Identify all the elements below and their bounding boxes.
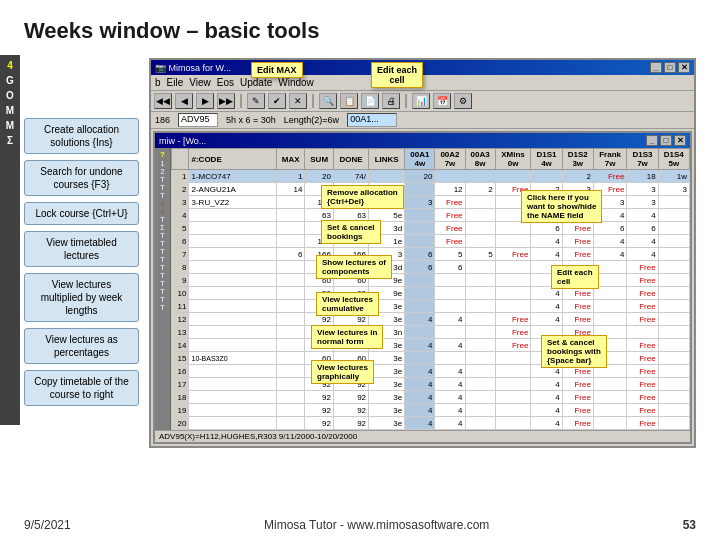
- cell-d1s3-2[interactable]: 3: [627, 183, 658, 196]
- cell-a3-13[interactable]: [465, 326, 495, 339]
- cell-d1s3-1[interactable]: 18: [627, 170, 658, 183]
- cell-a1-9[interactable]: [405, 274, 435, 287]
- cell-d1s4-4[interactable]: [658, 209, 689, 222]
- nav-icon-4[interactable]: 4: [7, 60, 13, 71]
- cell-xm-18[interactable]: [495, 391, 531, 404]
- cell-xm-7[interactable]: Free: [495, 248, 531, 261]
- cell-d1s1-1[interactable]: [531, 170, 562, 183]
- toolbar-btn-2[interactable]: ◀: [175, 93, 193, 109]
- cell-max-3[interactable]: [276, 196, 304, 209]
- cell-d1s2-5[interactable]: Free: [562, 222, 593, 235]
- cell-d1s4-6[interactable]: [658, 235, 689, 248]
- cell-a2-15[interactable]: [435, 352, 465, 365]
- inner-minimize-button[interactable]: _: [646, 135, 658, 146]
- cell-xm-15[interactable]: [495, 352, 531, 365]
- cell-d1s4-1[interactable]: 1w: [658, 170, 689, 183]
- cell-code-19[interactable]: [189, 404, 276, 417]
- icon-t5[interactable]: T: [160, 232, 164, 239]
- cell-a2-2[interactable]: 12: [435, 183, 465, 196]
- cell-a2-3[interactable]: Free: [435, 196, 465, 209]
- cell-a3-11[interactable]: [465, 300, 495, 313]
- cell-a1-18[interactable]: 4: [405, 391, 435, 404]
- cell-a3-16[interactable]: [465, 365, 495, 378]
- cell-d1s4-8[interactable]: [658, 261, 689, 274]
- nav-icon-sigma[interactable]: Σ: [7, 135, 13, 146]
- cell-a2-13[interactable]: [435, 326, 465, 339]
- cell-d1s3-13[interactable]: [627, 326, 658, 339]
- cell-d1s3-14[interactable]: Free: [627, 339, 658, 352]
- cell-a2-10[interactable]: [435, 287, 465, 300]
- cell-d1s2-11[interactable]: Free: [562, 300, 593, 313]
- toolbar-btn-10[interactable]: 📄: [361, 93, 379, 109]
- toolbar-btn-12[interactable]: 📊: [412, 93, 430, 109]
- cell-xm-9[interactable]: [495, 274, 531, 287]
- cell-a2-5[interactable]: Free: [435, 222, 465, 235]
- cell-d1s3-4[interactable]: 4: [627, 209, 658, 222]
- cell-a3-7[interactable]: 5: [465, 248, 495, 261]
- icon-2[interactable]: 2: [161, 168, 165, 175]
- icon-t12[interactable]: T: [160, 288, 164, 295]
- cell-d1s2-6[interactable]: Free: [562, 235, 593, 248]
- cell-code-5[interactable]: [189, 222, 276, 235]
- cell-d1s1-20[interactable]: 4: [531, 417, 562, 430]
- cell-d1s3-20[interactable]: Free: [627, 417, 658, 430]
- cell-a1-15[interactable]: [405, 352, 435, 365]
- cell-a1-12[interactable]: 4: [405, 313, 435, 326]
- cell-xm-20[interactable]: [495, 417, 531, 430]
- cell-a2-19[interactable]: 4: [435, 404, 465, 417]
- cell-done-20[interactable]: 92: [333, 417, 368, 430]
- cell-frank-5[interactable]: 6: [593, 222, 626, 235]
- nav-icon-m1[interactable]: M: [6, 105, 14, 116]
- toolbar-btn-8[interactable]: 🔍: [319, 93, 337, 109]
- cell-max-13[interactable]: [276, 326, 304, 339]
- cell-max-12[interactable]: [276, 313, 304, 326]
- cell-xm-14[interactable]: Free: [495, 339, 531, 352]
- cell-a3-17[interactable]: [465, 378, 495, 391]
- cell-a1-6[interactable]: [405, 235, 435, 248]
- cell-code-15[interactable]: 10-BAS3Z0: [189, 352, 276, 365]
- cell-max-20[interactable]: [276, 417, 304, 430]
- nav-icon-m2[interactable]: M: [6, 120, 14, 131]
- cell-frank-11[interactable]: [593, 300, 626, 313]
- cell-d1s4-14[interactable]: [658, 339, 689, 352]
- cell-code-11[interactable]: [189, 300, 276, 313]
- cell-a1-5[interactable]: [405, 222, 435, 235]
- cell-code-17[interactable]: [189, 378, 276, 391]
- cell-d1s3-18[interactable]: Free: [627, 391, 658, 404]
- cell-d1s1-17[interactable]: 4: [531, 378, 562, 391]
- outer-win-controls[interactable]: _ □ ✕: [650, 62, 690, 73]
- cell-a2-7[interactable]: 5: [435, 248, 465, 261]
- icon-1[interactable]: 1: [161, 160, 165, 167]
- cell-d1s2-19[interactable]: Free: [562, 404, 593, 417]
- cell-a1-11[interactable]: [405, 300, 435, 313]
- maximize-button[interactable]: □: [664, 62, 676, 73]
- icon-t11[interactable]: T: [160, 280, 164, 287]
- cell-a2-16[interactable]: 4: [435, 365, 465, 378]
- cell-xm-6[interactable]: [495, 235, 531, 248]
- cell-a1-20[interactable]: 4: [405, 417, 435, 430]
- icon-t10[interactable]: T: [160, 272, 164, 279]
- cell-xm-8[interactable]: [495, 261, 531, 274]
- cell-d1s4-12[interactable]: [658, 313, 689, 326]
- icon-sigma[interactable]: Σ: [160, 224, 164, 231]
- cell-d1s4-7[interactable]: [658, 248, 689, 261]
- cell-d1s2-12[interactable]: Free: [562, 313, 593, 326]
- cell-d1s4-3[interactable]: [658, 196, 689, 209]
- cell-a3-14[interactable]: [465, 339, 495, 352]
- cell-d1s3-6[interactable]: 4: [627, 235, 658, 248]
- cell-a1-17[interactable]: 4: [405, 378, 435, 391]
- cell-d1s1-5[interactable]: 6: [531, 222, 562, 235]
- cell-xm-1[interactable]: [495, 170, 531, 183]
- cell-d1s4-9[interactable]: [658, 274, 689, 287]
- cell-a3-18[interactable]: [465, 391, 495, 404]
- cell-d1s3-10[interactable]: Free: [627, 287, 658, 300]
- cell-a3-15[interactable]: [465, 352, 495, 365]
- cell-a2-12[interactable]: 4: [435, 313, 465, 326]
- cell-links-20[interactable]: 3e: [369, 417, 405, 430]
- toolbar-btn-7[interactable]: ✕: [289, 93, 307, 109]
- cell-frank-18[interactable]: [593, 391, 626, 404]
- icon-t13[interactable]: T: [160, 296, 164, 303]
- cell-frank-12[interactable]: [593, 313, 626, 326]
- toolbar-btn-4[interactable]: ▶▶: [217, 93, 235, 109]
- cell-links-18[interactable]: 3e: [369, 391, 405, 404]
